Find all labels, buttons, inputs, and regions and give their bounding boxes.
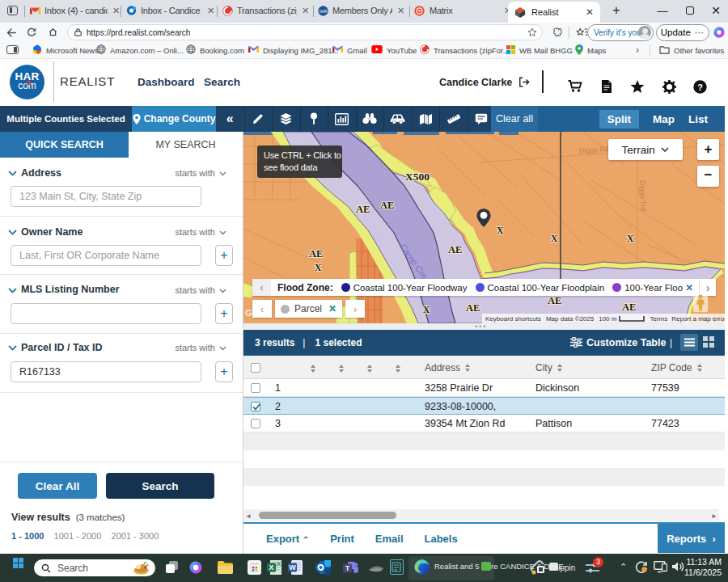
svg-text:NAR: NAR bbox=[320, 9, 328, 13]
svg-text:Diggs Trd: Diggs Trd bbox=[638, 180, 647, 212]
svg-text:W: W bbox=[289, 563, 296, 571]
svg-text:?: ? bbox=[697, 82, 703, 92]
svg-text:T: T bbox=[345, 564, 350, 572]
svg-text:X: X bbox=[269, 563, 273, 571]
